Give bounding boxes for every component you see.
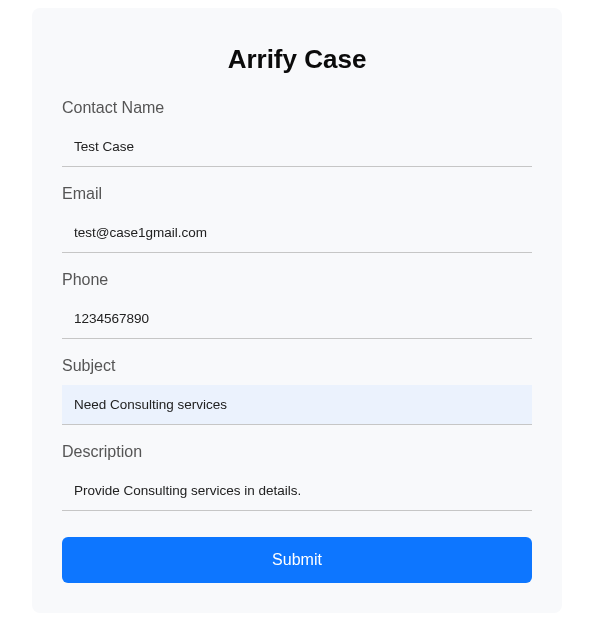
input-contact-name[interactable] bbox=[62, 127, 532, 167]
field-subject: Subject bbox=[62, 357, 532, 425]
field-phone: Phone bbox=[62, 271, 532, 339]
input-subject[interactable] bbox=[62, 385, 532, 425]
input-description[interactable] bbox=[62, 471, 532, 511]
field-contact-name: Contact Name bbox=[62, 99, 532, 167]
label-subject: Subject bbox=[62, 357, 532, 375]
label-description: Description bbox=[62, 443, 532, 461]
input-phone[interactable] bbox=[62, 299, 532, 339]
form-title: Arrify Case bbox=[62, 44, 532, 75]
label-phone: Phone bbox=[62, 271, 532, 289]
input-email[interactable] bbox=[62, 213, 532, 253]
field-description: Description bbox=[62, 443, 532, 511]
label-contact-name: Contact Name bbox=[62, 99, 532, 117]
submit-button[interactable]: Submit bbox=[62, 537, 532, 583]
field-email: Email bbox=[62, 185, 532, 253]
form-card: Arrify Case Contact Name Email Phone Sub… bbox=[32, 8, 562, 613]
label-email: Email bbox=[62, 185, 532, 203]
